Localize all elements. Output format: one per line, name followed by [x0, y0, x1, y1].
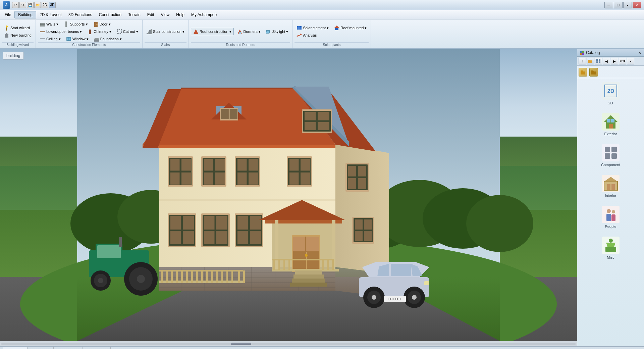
menu-construction[interactable]: Construction	[96, 11, 125, 18]
svg-rect-84	[183, 216, 194, 230]
beams-icon	[40, 29, 45, 34]
svg-rect-152	[181, 270, 183, 283]
catalog-close-button[interactable]: ✕	[638, 51, 641, 55]
cutout-button[interactable]: Cut-out ▾	[115, 28, 140, 35]
mode-3d[interactable]: 3D	[49, 2, 56, 8]
svg-rect-115	[348, 166, 357, 177]
solar-row-1: Solar element ▾ Roof mounted ▾	[294, 24, 369, 31]
status-tab-projects[interactable]: Projects	[28, 347, 54, 349]
svg-rect-108	[301, 159, 310, 171]
status-tab-catalog[interactable]: Catalog	[3, 347, 28, 349]
catalog-item-people[interactable]: People	[579, 204, 643, 230]
svg-rect-17	[147, 33, 148, 34]
cat-nav-left[interactable]: ◀	[603, 58, 610, 64]
quick-save[interactable]: 💾	[27, 2, 34, 8]
svg-rect-251	[611, 214, 615, 221]
wand-icon	[4, 25, 9, 31]
svg-rect-107	[289, 159, 299, 171]
level-folder-icon	[580, 69, 586, 75]
catalog-header: Catalog ✕	[577, 49, 644, 57]
svg-rect-225	[599, 61, 600, 63]
cat-view-extra[interactable]: ▾	[627, 58, 634, 64]
window-button[interactable]: Window ▾	[64, 36, 91, 42]
status-tab-quantities[interactable]: Quantit...	[84, 347, 111, 349]
cat-view-btn1[interactable]	[595, 58, 602, 64]
svg-rect-4	[40, 24, 45, 24]
svg-rect-222	[596, 59, 598, 61]
viewport-building-label: building	[3, 52, 24, 60]
menu-2d-layout[interactable]: 2D & Layout	[36, 11, 65, 18]
menu-terrain[interactable]: Terrain	[125, 11, 144, 18]
menu-3d-functions[interactable]: 3D Functions	[65, 11, 96, 18]
menu-help[interactable]: Help	[173, 11, 188, 18]
menu-building[interactable]: Building	[14, 11, 36, 18]
viewport-scrollbar[interactable]	[0, 341, 577, 346]
quick-open[interactable]: 📂	[34, 2, 41, 8]
new-building-button[interactable]: New building	[2, 32, 34, 39]
svg-rect-31	[335, 28, 338, 30]
scrollbar-track	[1, 343, 576, 345]
building-wizard-buttons: Start wizard New building	[2, 21, 34, 42]
cat-nav-right[interactable]: ▶	[611, 58, 618, 64]
svg-rect-168	[355, 219, 363, 230]
catalog-item-interior[interactable]: Interior	[579, 173, 643, 199]
close-button[interactable]: ✕	[633, 2, 641, 8]
catalog-item-exterior[interactable]: Exterior	[579, 112, 643, 137]
svg-rect-77	[237, 172, 247, 185]
menu-edit[interactable]: Edit	[144, 11, 158, 18]
stair-construction-button[interactable]: Stair construction ▾	[145, 28, 186, 35]
catalog-item-component[interactable]: Component	[579, 143, 643, 168]
start-wizard-button[interactable]: Start wizard	[2, 24, 34, 31]
skylight-button[interactable]: Skylight ▾	[264, 28, 290, 35]
lower-beams-button[interactable]: Lower/upper beams ▾	[38, 28, 84, 35]
catalog-level-icon-1[interactable]	[579, 68, 587, 77]
chimney-button[interactable]: Chimney ▾	[85, 28, 113, 35]
svg-rect-182	[318, 112, 329, 121]
cat-folder-up[interactable]: ↑	[579, 58, 586, 64]
menu-view[interactable]: View	[158, 11, 173, 18]
svg-marker-175	[143, 145, 335, 148]
menu-my-ashampoo[interactable]: My Ashampoo	[188, 11, 220, 18]
solar-element-button[interactable]: Solar element ▾	[294, 24, 331, 31]
svg-rect-151	[176, 270, 178, 283]
roof-construction-button[interactable]: Roof construction ▾	[191, 28, 234, 35]
svg-rect-184	[318, 122, 329, 130]
interior-catalog-icon	[602, 175, 620, 192]
redo-button[interactable]: ↪	[19, 2, 26, 8]
svg-rect-5	[65, 21, 67, 27]
minimize-button[interactable]: ─	[604, 2, 613, 8]
svg-rect-202	[119, 237, 122, 247]
cat-add[interactable]	[587, 58, 594, 64]
house-icon	[4, 33, 9, 38]
svg-marker-254	[606, 243, 615, 247]
roof-mounted-button[interactable]: Roof mounted ▾	[332, 24, 369, 31]
maximize-button[interactable]: ▪	[623, 2, 632, 8]
catalog-panel: Catalog ✕ ↑ ◀ ▶ 2D▾ ▾	[577, 49, 644, 346]
catalog-item-2d[interactable]: 2D 2D	[579, 81, 643, 106]
foundation-button[interactable]: Foundation ▾	[92, 36, 124, 42]
svg-rect-236	[602, 144, 620, 161]
catalog-level-icon-2[interactable]	[589, 68, 598, 77]
svg-rect-59	[170, 159, 180, 171]
ceiling-button[interactable]: Ceiling ▾	[38, 36, 63, 42]
walls-button[interactable]: Walls ▾	[38, 21, 60, 28]
scrollbar-thumb[interactable]	[231, 343, 251, 345]
stairs-icon	[147, 29, 152, 34]
menu-file[interactable]: File	[1, 11, 14, 18]
catalog-item-misc[interactable]: Misc	[579, 235, 643, 261]
supports-icon	[64, 21, 69, 27]
svg-rect-142	[272, 259, 334, 260]
undo-button[interactable]: ↩	[12, 2, 19, 8]
viewport[interactable]: D·00001 building	[0, 49, 577, 341]
cat-view-2d[interactable]: 2D▾	[619, 58, 626, 64]
restore-button[interactable]: □	[614, 2, 623, 8]
status-tab-area[interactable]: Area cal...	[54, 347, 83, 349]
door-button[interactable]: Door ▾	[91, 21, 113, 28]
analysis-button[interactable]: Analysis	[294, 32, 319, 39]
svg-rect-191	[230, 109, 237, 119]
svg-rect-15	[94, 40, 99, 42]
mode-2d[interactable]: 2D	[42, 2, 48, 8]
dormers-button[interactable]: Dormers ▾	[235, 28, 263, 35]
svg-rect-237	[605, 147, 610, 152]
supports-button[interactable]: Supports ▾	[62, 21, 90, 28]
